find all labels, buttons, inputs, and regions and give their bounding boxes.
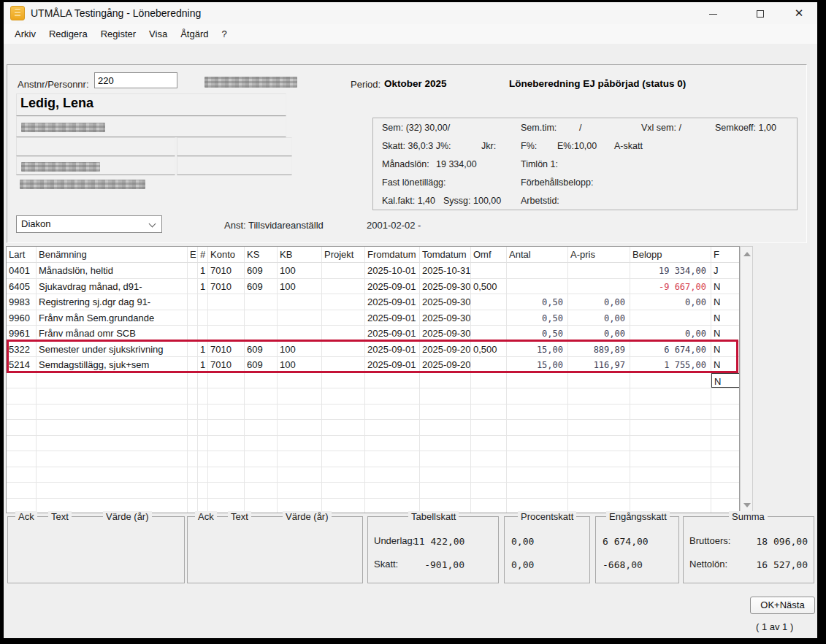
cell-ks[interactable]: 609	[245, 263, 278, 278]
cell-konto[interactable]: 7010	[208, 279, 245, 294]
cell-projekt[interactable]	[322, 279, 365, 294]
cell-omf[interactable]: 0,500	[471, 279, 507, 294]
cell-e[interactable]	[188, 279, 198, 294]
cell-lart[interactable]: 5322	[7, 342, 37, 357]
cell-f[interactable]: N	[711, 357, 740, 372]
cell-kb[interactable]	[278, 294, 322, 310]
table-row[interactable]: 9983Registrering sj.dgr dag 91-2025-09-0…	[7, 294, 739, 310]
cell-ks[interactable]: 609	[245, 279, 278, 294]
col-header-lart[interactable]: Lart	[7, 247, 37, 262]
cell-belopp[interactable]: 19 334,00	[630, 263, 711, 278]
table-row[interactable]	[7, 436, 739, 452]
anstnr-input[interactable]	[94, 72, 177, 88]
menu-item-register[interactable]: Register	[94, 24, 142, 44]
cell-kb[interactable]: 100	[278, 357, 322, 372]
cell-projekt[interactable]	[322, 294, 365, 310]
cell-benamning[interactable]: Månadslön, heltid	[37, 263, 188, 278]
cell-num[interactable]	[198, 294, 208, 310]
cell-konto[interactable]: 7010	[208, 263, 245, 278]
menu-item-arkiv[interactable]: Arkiv	[8, 24, 42, 44]
cell-num[interactable]: 1	[198, 342, 208, 357]
cell-antal[interactable]	[507, 263, 568, 278]
focused-cell[interactable]: N	[711, 373, 740, 388]
col-header-belopp[interactable]: Belopp	[630, 247, 711, 262]
col-header-benamning[interactable]: Benämning	[37, 247, 188, 262]
cell-omf[interactable]	[471, 294, 507, 310]
cell-num[interactable]: 1	[198, 357, 208, 372]
cell-belopp[interactable]: 0,00	[630, 294, 711, 310]
cell-apris[interactable]: 0,00	[568, 310, 630, 326]
table-scrollbar[interactable]	[740, 246, 753, 513]
scrollbar-down-icon[interactable]	[743, 503, 751, 507]
cell-kb[interactable]	[278, 326, 322, 341]
cell-f[interactable]: J	[711, 263, 740, 278]
cell-kb[interactable]: 100	[278, 279, 322, 294]
cell-antal[interactable]: 15,00	[507, 342, 568, 357]
cell-apris[interactable]: 0,00	[568, 294, 630, 310]
table-row[interactable]: 6405Sjukavdrag månad, d91-17010609100202…	[7, 279, 739, 295]
cell-antal[interactable]: 0,50	[507, 326, 568, 341]
cell-antal[interactable]: 15,00	[507, 357, 568, 372]
minimize-button[interactable]	[696, 2, 730, 24]
cell-tomdatum[interactable]: 2025-09-30	[420, 310, 471, 326]
cell-lart[interactable]: 9960	[7, 310, 37, 326]
cell-kb[interactable]: 100	[278, 263, 322, 278]
maximize-button[interactable]	[743, 2, 777, 24]
cell-lart[interactable]: 9961	[7, 326, 37, 341]
cell-ks[interactable]	[245, 294, 278, 310]
table-row[interactable]: 5214Semdagstillägg, sjuk+sem170106091002…	[7, 357, 739, 373]
cell-antal[interactable]	[507, 279, 568, 294]
cell-tomdatum[interactable]: 2025-09-30	[420, 294, 471, 310]
cell-benamning[interactable]: Semester under sjukskrivning	[37, 342, 188, 357]
cell-tomdatum[interactable]: 2025-09-20	[420, 342, 471, 357]
col-header-f[interactable]: F	[711, 247, 740, 262]
table-row[interactable]: 0401Månadslön, heltid170106091002025-10-…	[7, 263, 739, 279]
table-row[interactable]	[7, 483, 739, 499]
cell-tomdatum[interactable]: 2025-09-20	[420, 357, 471, 372]
cell-ks[interactable]	[245, 310, 278, 326]
cell-omf[interactable]	[471, 326, 507, 341]
menu-item-tgrd[interactable]: Åtgärd	[174, 24, 215, 44]
cell-benamning[interactable]: Frånv månad omr SCB	[37, 326, 188, 341]
cell-ks[interactable]: 609	[245, 357, 278, 372]
cell-apris[interactable]	[568, 279, 630, 294]
cell-fromdatum[interactable]: 2025-09-01	[365, 342, 420, 357]
cell-f[interactable]: N	[711, 326, 740, 341]
col-header-antal[interactable]: Antal	[507, 247, 568, 262]
table-row[interactable]	[7, 405, 739, 421]
cell-num[interactable]: 1	[198, 279, 208, 294]
cell-f[interactable]: N	[711, 294, 740, 310]
cell-konto[interactable]	[208, 326, 245, 341]
menu-item-visa[interactable]: Visa	[142, 24, 174, 44]
cell-fromdatum[interactable]: 2025-09-01	[365, 326, 420, 341]
col-header-tomdatum[interactable]: Tomdatum	[420, 247, 471, 262]
cell-konto[interactable]	[208, 310, 245, 326]
table-row[interactable]	[7, 451, 739, 467]
cell-f[interactable]: N	[711, 310, 740, 326]
cell-benamning[interactable]: Sjukavdrag månad, d91-	[37, 279, 188, 294]
cell-benamning[interactable]: Frånv mån Sem.grundande	[37, 310, 188, 326]
befattning-select[interactable]: Diakon	[16, 215, 162, 233]
cell-apris[interactable]: 116,97	[568, 357, 630, 372]
cell-lart[interactable]: 5214	[7, 357, 37, 372]
col-header-ks[interactable]: KS	[245, 247, 278, 262]
cell-num[interactable]	[198, 326, 208, 341]
cell-belopp[interactable]	[630, 310, 711, 326]
cell-fromdatum[interactable]: 2025-09-01	[365, 279, 420, 294]
cell-fromdatum[interactable]: 2025-09-01	[365, 310, 420, 326]
col-header-projekt[interactable]: Projekt	[322, 247, 365, 262]
cell-f[interactable]: N	[711, 279, 740, 294]
cell-belopp[interactable]: -9 667,00	[630, 279, 711, 294]
cell-tomdatum[interactable]: 2025-10-31	[420, 263, 471, 278]
col-header-omf[interactable]: Omf	[471, 247, 507, 262]
table-row[interactable]	[7, 388, 739, 405]
scrollbar-up-icon[interactable]	[743, 252, 751, 256]
cell-projekt[interactable]	[322, 326, 365, 341]
cell-benamning[interactable]: Registrering sj.dgr dag 91-	[37, 294, 188, 310]
cell-fromdatum[interactable]: 2025-09-01	[365, 357, 420, 372]
cell-antal[interactable]: 0,50	[507, 310, 568, 326]
table-row[interactable]	[7, 420, 739, 436]
cell-e[interactable]	[188, 294, 198, 310]
cell-e[interactable]	[188, 263, 198, 278]
cell-apris[interactable]: 889,89	[568, 342, 630, 357]
